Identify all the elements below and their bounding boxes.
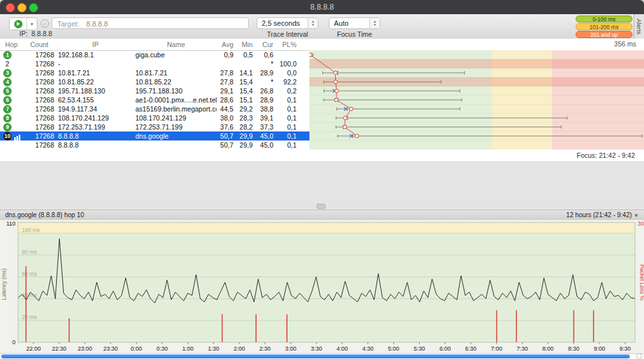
- cur-cell: *: [255, 77, 273, 86]
- titlebar: 8.8.8.8: [0, 0, 644, 14]
- table-row[interactable]: 10172688.8.8.8dns.google50,729,945,00,1: [0, 131, 309, 141]
- hop-badge: 7: [3, 105, 12, 113]
- alerts-tab[interactable]: Alerts: [634, 14, 644, 39]
- table-row[interactable]: 61726862.53.4.155ae1-0.0001.pmx….e.net.t…: [0, 95, 309, 104]
- avg-cell: 28,6: [217, 95, 233, 104]
- avg-cell: 27,8: [217, 77, 233, 86]
- trace-control-group: ▼: [9, 17, 37, 30]
- table-row[interactable]: 31726810.81.7.2110.81.7.2127,814,128,90,…: [0, 68, 309, 77]
- avg-cell: 50,7: [217, 141, 233, 150]
- trace-interval-label: Trace Interval: [257, 30, 318, 38]
- column-header-min[interactable]: Min: [236, 39, 253, 50]
- pl-cell: 0,1: [276, 131, 297, 141]
- table-row[interactable]: 517268195.71.188.130195.71.188.13029,115…: [0, 86, 309, 95]
- svg-text:3:30: 3:30: [311, 345, 322, 352]
- svg-text:80 ms: 80 ms: [22, 249, 37, 255]
- hop-number: 2: [3, 59, 12, 68]
- name-cell: 195.71.188.130: [135, 86, 217, 95]
- pl-cell: 0,1: [276, 95, 297, 104]
- cur-cell: 26,8: [255, 86, 273, 95]
- svg-text:7:30: 7:30: [516, 345, 528, 352]
- table-row[interactable]: 41726810.81.85.2210.81.85.2227,815,4*92,…: [0, 77, 309, 86]
- ip-cell: 8.8.8.8: [58, 141, 133, 150]
- min-cell: 29,9: [236, 131, 253, 141]
- name-cell: dns.google: [135, 131, 217, 141]
- ip-cell: 10.81.85.22: [58, 77, 133, 86]
- column-header-avg[interactable]: Avg: [217, 39, 233, 50]
- name-cell: 10.81.85.22: [135, 77, 217, 86]
- cur-cell: 38,8: [255, 104, 273, 113]
- ip-cell: 108.170.241.129: [58, 113, 133, 122]
- hop-badge: 1: [3, 51, 12, 59]
- cur-cell: 0,6: [255, 50, 273, 59]
- name-cell: giga.cube: [135, 50, 217, 59]
- cur-cell: 28,9: [255, 95, 273, 104]
- column-header-hop[interactable]: Hop: [5, 39, 24, 50]
- table-row[interactable]: 117268192.168.8.1giga.cube0,90,50,6: [0, 50, 309, 59]
- legend-orange-pill[interactable]: 201 and up: [576, 31, 632, 38]
- trace-interval-value: 2,5 seconds: [262, 19, 300, 27]
- start-trace-button[interactable]: [10, 18, 26, 30]
- hop-latency-graph: [309, 50, 644, 150]
- table-row[interactable]: 817268108.170.241.129108.170.241.12938,0…: [0, 113, 309, 122]
- min-cell: 14,1: [236, 68, 253, 77]
- name-cell: 172.253.71.199: [135, 122, 217, 131]
- timeline-graph: 100 ms80 ms60 ms40 ms20 ms22:0022:3023:0…: [0, 220, 644, 353]
- count-cell: 17268: [26, 77, 54, 86]
- trace-dropdown-button[interactable]: ▼: [26, 18, 37, 30]
- ip-cell: 195.71.188.130: [58, 86, 133, 95]
- column-header-ip[interactable]: IP: [58, 39, 133, 50]
- scrollbar-thumb[interactable]: [1, 354, 630, 358]
- column-header-cur[interactable]: Cur: [255, 39, 273, 50]
- count-cell: 17268: [26, 131, 54, 141]
- window-title: 8.8.8.8: [0, 0, 644, 14]
- stepper-icon[interactable]: ▲▼: [307, 18, 318, 28]
- count-cell: 17268: [26, 141, 54, 150]
- timeline-title: dns.google (8.8.8.8) hop 10: [5, 210, 84, 220]
- graph-scale-label: 356 ms: [614, 40, 636, 48]
- stepper-icon[interactable]: ▲▼: [369, 18, 380, 28]
- alert-legend: 0-100 ms 101-200 ms 201 and up: [576, 15, 632, 38]
- table-row[interactable]: 917268172.253.71.199172.253.71.19937,628…: [0, 122, 309, 131]
- column-header-count[interactable]: Count: [24, 39, 54, 50]
- target-input[interactable]: Target: 8.8.8.8: [52, 17, 249, 29]
- legend-yellow-pill[interactable]: 101-200 ms: [576, 23, 632, 30]
- focus-time-label: Focus Time: [329, 30, 380, 38]
- chevron-down-icon: ▼: [634, 213, 639, 218]
- count-cell: 17268: [26, 50, 54, 59]
- legend-green-pill[interactable]: 0-100 ms: [576, 15, 632, 23]
- svg-text:22:30: 22:30: [52, 345, 67, 352]
- column-header-pl[interactable]: PL%: [276, 39, 297, 50]
- count-cell: 17268: [26, 59, 54, 68]
- cur-cell: 45,0: [255, 141, 273, 150]
- min-cell: 0,5: [236, 50, 253, 59]
- target-value: 8.8.8.8: [86, 20, 108, 28]
- min-cell: 28,2: [236, 122, 253, 131]
- svg-text:0: 0: [12, 339, 15, 345]
- ip-cell: 62.53.4.155: [58, 95, 133, 104]
- cur-cell: 45,0: [255, 131, 273, 141]
- column-header-name[interactable]: Name: [135, 39, 217, 50]
- name-cell: 108.170.241.129: [135, 113, 217, 122]
- pl-cell: 0,0: [276, 68, 297, 77]
- table-row[interactable]: 717268194.9.117.34as15169.berlin.megapor…: [0, 104, 309, 113]
- splitter-handle[interactable]: [317, 204, 326, 209]
- svg-text:0:00: 0:00: [131, 345, 142, 352]
- avg-cell: 50,7: [217, 131, 233, 141]
- trace-interval-select[interactable]: 2,5 seconds ▲▼: [257, 17, 318, 29]
- table-row[interactable]: 172688.8.8.850,729,945,00,1: [0, 141, 309, 150]
- svg-text:4:00: 4:00: [337, 345, 348, 352]
- min-cell: 15,4: [236, 86, 253, 95]
- cur-cell: 39,1: [255, 113, 273, 122]
- scrollbar-knob[interactable]: [636, 353, 642, 359]
- focus-time-select[interactable]: Auto ▲▼: [329, 17, 380, 29]
- svg-text:2:30: 2:30: [259, 345, 271, 352]
- min-cell: 15,4: [236, 77, 253, 86]
- table-row[interactable]: 217268-*100,0: [0, 59, 309, 68]
- svg-text:7:00: 7:00: [491, 345, 502, 352]
- min-cell: 28,3: [236, 113, 253, 122]
- target-label: Target:: [57, 20, 79, 28]
- pl-cell: 0,1: [276, 104, 297, 113]
- svg-text:22:00: 22:00: [26, 345, 41, 352]
- avg-cell: 38,0: [217, 113, 233, 122]
